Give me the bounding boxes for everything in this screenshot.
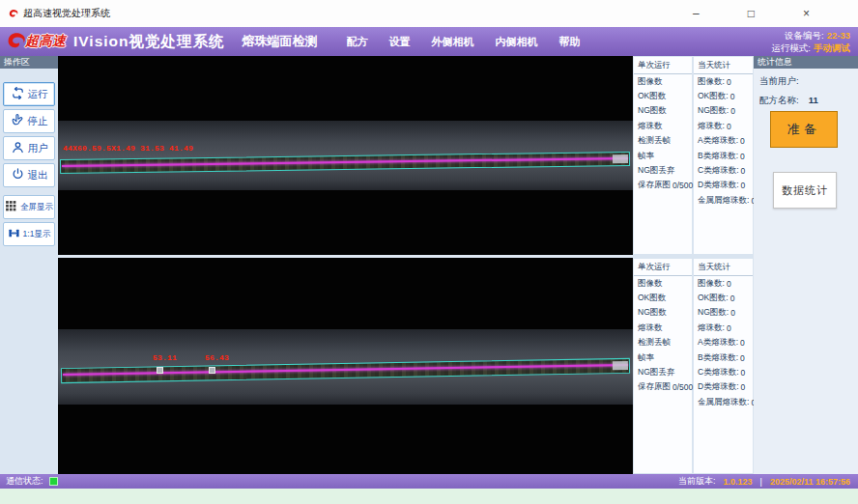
stat-value: 0 <box>727 122 731 131</box>
current-user-row: 当前用户: <box>759 75 858 88</box>
menu-item[interactable]: 外侧相机 <box>432 35 474 49</box>
stat-label: 帧率 <box>638 151 654 162</box>
stat-value: 0 <box>740 353 745 363</box>
version-value: 1.0.123 <box>724 477 753 487</box>
brand-name: 超高速 <box>25 33 66 50</box>
stat-label: D类熔珠数: <box>698 180 739 191</box>
close-button[interactable]: × <box>803 8 810 19</box>
stat-label: B类熔珠数: <box>698 352 738 364</box>
daily-stats-column: 当天统计 图像数:0OK图数:0NG图数:0熔珠数:0A类熔珠数:0B类熔珠数:… <box>694 57 753 254</box>
stats-area: 单次运行 图像数OK图数NG图数熔珠数检测丢帧帧率NG图丢弃保存原图0/500 … <box>633 56 754 474</box>
stat-label: 金属屑熔珠数: <box>698 397 749 408</box>
info-panel-title: 统计信息 <box>754 56 858 69</box>
stat-label: A类熔珠数: <box>698 337 738 349</box>
window-titlebar: 超高速视觉处理系统 – □ × <box>0 0 858 27</box>
stat-row: OK图数 <box>634 89 692 103</box>
data-statistics-button[interactable]: 数据统计 <box>773 172 837 209</box>
version-info: 当前版本: 1.0.123 | 2025/02/11 16:57:56 <box>678 475 850 488</box>
brand-logo-icon <box>4 31 27 52</box>
defect-marker <box>209 367 215 374</box>
stats-section-inner: 单次运行 图像数OK图数NG图数熔珠数检测丢帧帧率NG图丢弃保存原图0/500 … <box>633 258 754 474</box>
stat-row: NG图数 <box>634 306 692 321</box>
maximize-button[interactable]: □ <box>748 8 755 19</box>
stat-label: 金属屑熔珠数: <box>698 195 749 207</box>
stat-value: 0 <box>741 181 746 190</box>
stat-label: C类熔珠数: <box>698 367 739 378</box>
measurement-annotation: 56.43 <box>205 353 229 362</box>
window-title: 超高速视觉处理系统 <box>23 7 110 20</box>
stat-label: 熔珠数 <box>638 322 663 334</box>
stat-value: 0 <box>741 166 746 176</box>
run-button-label: 运行 <box>28 88 48 101</box>
stat-value: 0 <box>741 368 746 378</box>
centerline-overlay <box>63 364 628 376</box>
stat-row: 图像数:0 <box>694 276 753 291</box>
screen: 超高速视觉处理系统 – □ × 超高速 IVision视觉处理系统 熔珠端面检测… <box>0 0 858 504</box>
single-run-column: 单次运行 图像数OK图数NG图数熔珠数检测丢帧帧率NG图丢弃保存原图0/500 <box>634 259 692 473</box>
camera-view-outer[interactable]: 44X60.59.5X1.49 31.53 41.49 <box>58 56 633 255</box>
stat-row: 图像数 <box>634 74 692 89</box>
stat-row: 金属屑熔珠数:0 <box>694 193 753 208</box>
menu-item[interactable]: 内侧相机 <box>496 35 538 49</box>
user-button-label: 用户 <box>28 142 48 155</box>
sync-icon <box>11 86 25 102</box>
one-to-one-button[interactable]: 1:1显示 <box>3 222 55 246</box>
device-info: 设备编号:22-33 运行模式:手动调试 <box>771 29 850 54</box>
exit-button-label: 退出 <box>28 169 48 182</box>
daily-stats-title: 当天统计 <box>694 259 753 276</box>
stat-label: NG图丢弃 <box>638 165 674 177</box>
stat-value: 0 <box>730 92 735 101</box>
stat-label: 保存原图 <box>638 180 671 191</box>
stat-label: NG图数: <box>698 105 729 117</box>
stat-row: A类熔珠数:0 <box>694 336 753 350</box>
single-run-column: 单次运行 图像数OK图数NG图数熔珠数检测丢帧帧率NG图丢弃保存原图0/500 <box>634 57 692 254</box>
menu-item[interactable]: 帮助 <box>559 35 581 49</box>
stat-row: 检测丢帧 <box>634 336 692 350</box>
app-subtitle: 熔珠端面检测 <box>243 33 318 50</box>
user-button[interactable]: 用户 <box>3 136 55 160</box>
stop-button[interactable]: 停止 <box>3 109 55 133</box>
stat-row: 保存原图0/500 <box>634 380 692 395</box>
stat-row: NG图丢弃 <box>634 365 692 379</box>
comm-status-label: 通信状态: <box>6 475 43 488</box>
stat-value: 0/500 <box>672 382 693 392</box>
stat-row: NG图数 <box>634 104 692 119</box>
stat-row: 熔珠数 <box>634 119 692 133</box>
menu-item[interactable]: 设置 <box>389 35 411 49</box>
stat-value: 0 <box>727 77 731 87</box>
power-icon <box>11 167 25 183</box>
stat-label: OK图数: <box>698 293 729 304</box>
stat-label: B类熔珠数: <box>698 151 738 162</box>
exit-button[interactable]: 退出 <box>3 163 55 187</box>
prepare-button[interactable]: 准备 <box>770 111 838 148</box>
stat-label: A类熔珠数: <box>698 135 738 147</box>
stat-row: NG图数:0 <box>694 306 753 321</box>
camera-view-inner[interactable]: 53.11 56.43 <box>58 258 633 474</box>
stat-row: D类熔珠数:0 <box>694 380 753 395</box>
stat-label: NG图数 <box>638 105 667 117</box>
stat-label: 熔珠数: <box>698 322 725 334</box>
fullscreen-grid-icon <box>5 200 17 214</box>
user-icon <box>11 140 25 156</box>
stat-label: 图像数 <box>638 76 663 88</box>
stat-row: NG图数:0 <box>694 104 753 119</box>
stat-row: C类熔珠数:0 <box>694 365 753 379</box>
fullscreen-button[interactable]: 全屏显示 <box>3 195 55 219</box>
app-icon <box>8 9 18 19</box>
stat-row: 熔珠数 <box>634 321 692 335</box>
stat-label: OK图数 <box>638 91 666 102</box>
main-area: 操作区 运行 停止 用户 退出 <box>0 56 858 474</box>
status-bar: 通信状态: 当前版本: 1.0.123 | 2025/02/11 16:57:5… <box>0 474 858 489</box>
stat-row: 帧率 <box>634 350 692 365</box>
menu-item[interactable]: 配方 <box>347 35 368 49</box>
stat-value: 0 <box>730 106 735 116</box>
run-button[interactable]: 运行 <box>3 82 55 106</box>
daily-stats-column: 当天统计 图像数:0OK图数:0NG图数:0熔珠数:0A类熔珠数:0B类熔珠数:… <box>694 259 753 473</box>
stat-row: B类熔珠数:0 <box>694 350 753 365</box>
stat-label: OK图数 <box>638 293 666 304</box>
device-number-row: 设备编号:22-33 <box>771 29 850 42</box>
stat-row: B类熔珠数:0 <box>694 149 753 163</box>
stat-value: 0 <box>727 279 731 289</box>
minimize-button[interactable]: – <box>693 8 700 19</box>
stat-row: A类熔珠数:0 <box>694 134 753 149</box>
